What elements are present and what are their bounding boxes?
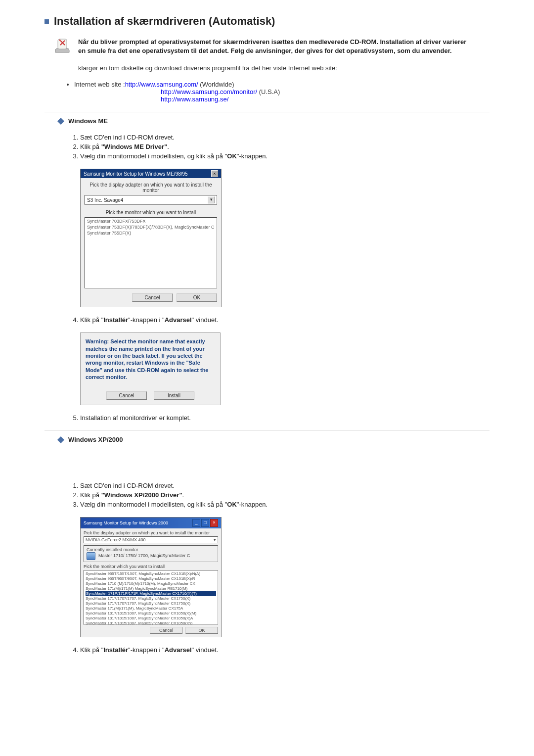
steps-xp-cont: Klik på "Installér"-knappen i "Advarsel"… xyxy=(64,646,490,654)
step-2: Klik på "Windows XP/2000 Driver". xyxy=(80,491,470,499)
section-header-xp: Windows XP/2000 xyxy=(58,436,490,443)
list-item: SyncMaster 1017/1015/1007, MagicSyncMast… xyxy=(86,616,216,621)
link-row: Internet web site :http://www.samsung.co… xyxy=(74,81,490,103)
list-item: SyncMaster 1017/1015/1007, MagicSyncMast… xyxy=(86,611,216,616)
divider xyxy=(44,112,490,112)
prep-text: klargør en tom diskette og download driv… xyxy=(78,64,490,72)
cancel-button[interactable]: Cancel xyxy=(106,391,147,400)
links-list: Internet web site :http://www.samsung.co… xyxy=(74,81,490,103)
list-item: SyncMaster 703DFX/753DFX xyxy=(87,219,215,225)
step-2: Klik på "Windows ME Driver". xyxy=(80,143,470,150)
diamond-icon xyxy=(57,436,64,443)
monitor-listbox[interactable]: SyncMaster 955T/155T/150T, MagicSyncMast… xyxy=(84,570,218,625)
cancel-button[interactable]: Cancel xyxy=(132,293,173,302)
list-item: SyncMaster 171(M)/171(M) MagicSyncMaster… xyxy=(86,586,216,591)
step-5: Installation af monitordriver er komplet… xyxy=(80,414,470,422)
steps-me: Sæt CD'en ind i CD-ROM drevet. Klik på "… xyxy=(64,134,490,160)
ok-button[interactable]: OK xyxy=(177,293,217,302)
section-header-me: Windows ME xyxy=(58,117,490,125)
dialog-title: Samsung Monitor Setup for Windows ME/98/… xyxy=(84,171,188,177)
step-4: Klik på "Installér"-knappen i "Advarsel"… xyxy=(80,646,470,654)
list-item: SyncMaster 955T/155T/150T, MagicSyncMast… xyxy=(86,571,216,576)
list-item: SyncMaster 1717/1707/1707, MagicSyncMast… xyxy=(86,601,216,606)
link-ww-suffix: (Worldwide) xyxy=(198,81,234,88)
list-item: SyncMaster 1710 (M)/1710(M)/1710(M), Mag… xyxy=(86,581,216,586)
chevron-down-icon: ▾ xyxy=(208,196,215,203)
screenshot-xp-dialog1: Samsung Monitor Setup for Windows 2000 _… xyxy=(80,517,490,637)
maximize-icon[interactable]: □ xyxy=(201,519,209,527)
dialog-titlebar: Samsung Monitor Setup for Windows ME/98/… xyxy=(81,169,221,178)
diamond-icon xyxy=(57,118,64,125)
screenshot-me-dialog1: Samsung Monitor Setup for Windows ME/98/… xyxy=(80,169,490,307)
list-item: SyncMaster 753DF(X)/783DF(X)/783DF(X), M… xyxy=(87,225,215,231)
step-4: Klik på "Installér"-knappen i "Advarsel"… xyxy=(80,316,470,324)
step-1: Sæt CD'en ind i CD-ROM drevet. xyxy=(80,482,470,489)
list-item: SyncMaster 171(M)/171(M), MagicSyncMaste… xyxy=(86,606,216,611)
monitor-label: Pick the monitor which you want to insta… xyxy=(85,210,217,215)
adapter-dropdown[interactable]: S3 Inc. Savage4 ▾ xyxy=(85,195,217,205)
close-icon[interactable]: × xyxy=(210,519,218,527)
intro-text: Når du bliver prompted af operativsystem… xyxy=(78,38,490,55)
step-1: Sæt CD'en ind i CD-ROM drevet. xyxy=(80,134,470,141)
current-label: Currently installed monitor xyxy=(87,547,215,552)
svg-point-1 xyxy=(59,40,61,41)
link-prefix: Internet web site : xyxy=(74,81,125,88)
screenshot-me-dialog2: Warning: Select the monitor name that ex… xyxy=(80,332,490,405)
monitor-listbox[interactable]: SyncMaster 703DFX/753DFX SyncMaster 753D… xyxy=(85,217,217,288)
divider xyxy=(44,430,490,431)
adapter-label: Pick the display adapter on which you wa… xyxy=(85,182,217,193)
close-icon[interactable]: × xyxy=(211,170,218,177)
list-item: SyncMaster 755DF(X) xyxy=(87,231,215,236)
section-title-me: Windows ME xyxy=(68,117,108,125)
note-icon xyxy=(53,38,71,55)
minimize-icon[interactable]: _ xyxy=(192,519,200,527)
page-title-text: Installation af skærmdriveren (Automatis… xyxy=(54,15,275,28)
monitor-icon xyxy=(87,552,95,560)
step-3: Vælg din monitormodel i modellisten, og … xyxy=(80,152,470,160)
list-item: SyncMaster 955T/955T/950T, MagicSyncMast… xyxy=(86,576,216,581)
monitor-label: Pick the monitor which you want to insta… xyxy=(84,564,218,569)
warning-text: Warning: Select the monitor name that ex… xyxy=(86,338,215,380)
link-usa[interactable]: http://www.samsung.com/monitor/ xyxy=(161,88,257,95)
title-bullet-icon xyxy=(44,19,49,24)
intro-row: Når du bliver prompted af operativsystem… xyxy=(44,38,490,55)
dialog-title: Samsung Monitor Setup for Windows 2000 xyxy=(84,520,168,525)
svg-rect-0 xyxy=(58,39,67,49)
cancel-button[interactable]: Cancel xyxy=(150,627,182,634)
current-value: Master 1710/ 1750/ 1700, MagicSyncMaster… xyxy=(98,554,190,559)
section-title-xp: Windows XP/2000 xyxy=(68,436,123,443)
page-title: Installation af skærmdriveren (Automatis… xyxy=(44,15,490,28)
adapter-value: S3 Inc. Savage4 xyxy=(87,197,123,203)
list-item: SyncMaster 1717/1707/1707, MagicSyncMast… xyxy=(86,596,216,601)
install-button[interactable]: Install xyxy=(154,391,194,400)
adapter-label: Pick the display adapter on which you wa… xyxy=(84,530,218,535)
link-worldwide[interactable]: http://www.samsung.com/ xyxy=(125,81,198,88)
steps-me-end: Installation af monitordriver er komplet… xyxy=(64,414,490,422)
dialog-titlebar: Samsung Monitor Setup for Windows 2000 _… xyxy=(81,518,221,528)
steps-xp: Sæt CD'en ind i CD-ROM drevet. Klik på "… xyxy=(64,482,490,508)
list-item: SyncMaster 1017/1015/1007, MagicSyncMast… xyxy=(86,621,216,625)
step-3: Vælg din monitormodel i modellisten, og … xyxy=(80,501,470,508)
link-se[interactable]: http://www.samsung.se/ xyxy=(161,95,228,103)
steps-me-cont: Klik på "Installér"-knappen i "Advarsel"… xyxy=(64,316,490,324)
current-monitor-group: Currently installed monitor Master 1710/… xyxy=(84,545,218,562)
adapter-value: NVIDIA GeForce2 MX/MX 400 xyxy=(86,537,146,542)
ok-button[interactable]: OK xyxy=(185,627,218,634)
list-item-selected: SyncMaster 171P/171P/171P, MagicSyncMast… xyxy=(86,591,216,596)
link-us-suffix: (U.S.A) xyxy=(257,88,280,95)
chevron-down-icon: ▾ xyxy=(214,537,216,542)
adapter-dropdown[interactable]: NVIDIA GeForce2 MX/MX 400 ▾ xyxy=(84,536,218,543)
